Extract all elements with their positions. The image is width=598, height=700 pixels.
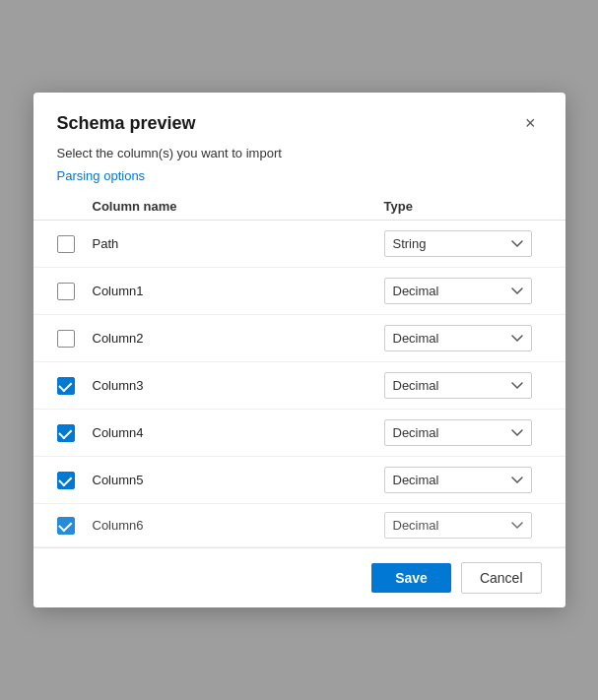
schema-preview-modal: Schema preview × Select the column(s) yo… (33, 93, 565, 607)
row-checkbox-col (57, 472, 93, 489)
modal-footer: Save Cancel (33, 547, 565, 607)
type-select-column1[interactable]: StringDecimalIntegerBooleanDateDateTime (384, 278, 532, 304)
close-button[interactable]: × (519, 112, 542, 134)
parsing-options-link[interactable]: Parsing options (33, 168, 565, 193)
type-select-column6[interactable]: StringDecimalIntegerBooleanDateDateTime (384, 512, 532, 539)
type-select-column3[interactable]: StringDecimalIntegerBooleanDateDateTime (384, 372, 532, 399)
table-row: Column2StringDecimalIntegerBooleanDateDa… (33, 315, 565, 362)
header-name-col: Column name (93, 199, 384, 214)
checkbox-column2[interactable] (57, 330, 75, 348)
type-select-col-column5: StringDecimalIntegerBooleanDateDateTime (384, 467, 542, 493)
row-checkbox-col (57, 377, 93, 395)
column-name-column1: Column1 (93, 284, 384, 298)
table-body: PathStringDecimalIntegerBooleanDateDateT… (33, 221, 565, 547)
column-name-column5: Column5 (93, 473, 384, 487)
table-row: Column1StringDecimalIntegerBooleanDateDa… (33, 268, 565, 315)
row-checkbox-col (57, 283, 93, 300)
checkbox-column1[interactable] (57, 283, 75, 300)
checkbox-column4[interactable] (57, 424, 75, 442)
row-checkbox-col (57, 330, 93, 348)
modal-subtitle: Select the column(s) you want to import (33, 146, 565, 168)
type-select-col-column1: StringDecimalIntegerBooleanDateDateTime (384, 278, 542, 304)
table-row: Column4StringDecimalIntegerBooleanDateDa… (33, 410, 565, 457)
save-button[interactable]: Save (371, 563, 451, 593)
type-select-column4[interactable]: StringDecimalIntegerBooleanDateDateTime (384, 419, 532, 446)
type-select-col-column2: StringDecimalIntegerBooleanDateDateTime (384, 325, 542, 351)
row-checkbox-col (57, 517, 93, 535)
type-select-column2[interactable]: StringDecimalIntegerBooleanDateDateTime (384, 325, 532, 351)
table-row: Column6StringDecimalIntegerBooleanDateDa… (33, 504, 565, 547)
column-name-column6: Column6 (93, 518, 384, 533)
checkbox-column5[interactable] (57, 472, 75, 489)
modal-header: Schema preview × (33, 93, 565, 146)
row-checkbox-col (57, 424, 93, 442)
type-select-column5[interactable]: StringDecimalIntegerBooleanDateDateTime (384, 467, 532, 493)
table-row: Column3StringDecimalIntegerBooleanDateDa… (33, 362, 565, 410)
column-name-column2: Column2 (93, 331, 384, 346)
type-select-col-column6: StringDecimalIntegerBooleanDateDateTime (384, 512, 542, 539)
type-select-path[interactable]: StringDecimalIntegerBooleanDateDateTime (384, 230, 532, 257)
table-header: Column name Type (33, 193, 565, 221)
column-name-column3: Column3 (93, 378, 384, 393)
column-name-path: Path (93, 236, 384, 251)
column-name-column4: Column4 (93, 425, 384, 440)
row-checkbox-col (57, 235, 93, 253)
checkbox-path[interactable] (57, 235, 75, 253)
type-select-col-path: StringDecimalIntegerBooleanDateDateTime (384, 230, 542, 257)
checkbox-column6[interactable] (57, 517, 75, 535)
header-type-col: Type (384, 199, 542, 214)
table-row: Column5StringDecimalIntegerBooleanDateDa… (33, 457, 565, 504)
cancel-button[interactable]: Cancel (461, 562, 542, 594)
checkbox-column3[interactable] (57, 377, 75, 395)
type-select-col-column4: StringDecimalIntegerBooleanDateDateTime (384, 419, 542, 446)
type-select-col-column3: StringDecimalIntegerBooleanDateDateTime (384, 372, 542, 399)
table-row: PathStringDecimalIntegerBooleanDateDateT… (33, 221, 565, 268)
modal-title: Schema preview (57, 113, 196, 134)
